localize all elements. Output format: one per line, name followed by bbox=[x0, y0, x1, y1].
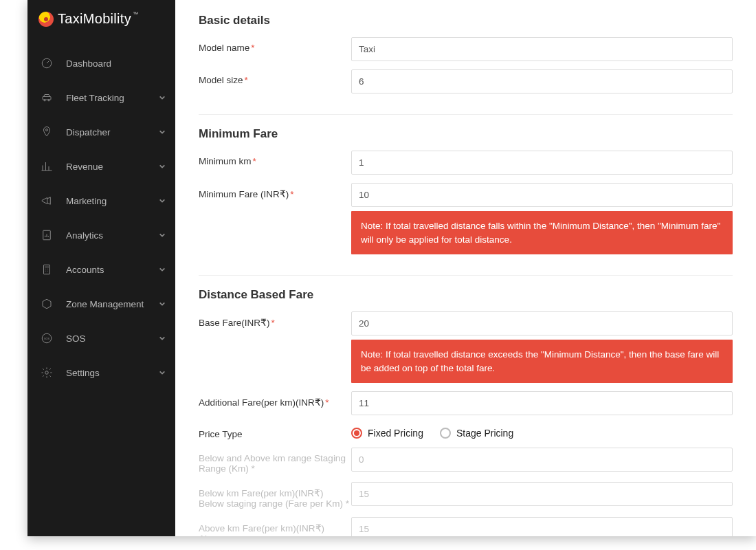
gauge-icon bbox=[40, 56, 54, 70]
base-fare-input[interactable] bbox=[351, 311, 733, 336]
megaphone-icon bbox=[40, 194, 54, 208]
sidebar-item-analytics[interactable]: Analytics bbox=[27, 218, 175, 252]
chevron-down-icon bbox=[159, 230, 166, 241]
row-model-name: Model name* bbox=[199, 37, 733, 61]
row-additional-fare: Additional Fare(per km)(INR₹)* bbox=[199, 391, 733, 415]
sos-icon: SOS bbox=[40, 331, 54, 345]
sidebar-item-label: Accounts bbox=[66, 265, 104, 275]
chevron-down-icon bbox=[159, 299, 166, 309]
section-title-distance-fare: Distance Based Fare bbox=[199, 288, 733, 302]
radio-fixed-pricing[interactable]: Fixed Pricing bbox=[351, 428, 423, 439]
minimum-fare-note: Note: If total travelled distance falls … bbox=[351, 211, 733, 254]
section-title-minimum-fare: Minimum Fare bbox=[199, 127, 733, 141]
sidebar-item-sos[interactable]: SOS SOS bbox=[27, 321, 175, 355]
label-additional-fare: Additional Fare(per km)(INR₹)* bbox=[199, 391, 351, 408]
app-frame: TaxiMobility™ Dashboard Fleet Tracking bbox=[27, 0, 756, 536]
svg-point-3 bbox=[48, 100, 49, 101]
svg-rect-6 bbox=[44, 265, 50, 274]
sidebar-item-label: Analytics bbox=[66, 230, 103, 241]
divider bbox=[199, 275, 733, 276]
sidebar-item-fleet-tracking[interactable]: Fleet Tracking bbox=[27, 80, 175, 115]
row-minimum-km: Minimum km* bbox=[199, 151, 733, 175]
label-staging-range: Below and Above km range Staging Range (… bbox=[199, 448, 351, 474]
sidebar: TaxiMobility™ Dashboard Fleet Tracking bbox=[27, 0, 175, 536]
label-above-km-fare: Above km Fare(per km)(INR₹) Above bbox=[199, 517, 351, 536]
sidebar-item-revenue[interactable]: Revenue bbox=[27, 149, 175, 184]
label-price-type: Price Type bbox=[199, 424, 351, 439]
sidebar-item-label: Settings bbox=[66, 368, 100, 378]
sidebar-item-dispatcher[interactable]: Dispatcher bbox=[27, 115, 175, 149]
gear-icon bbox=[40, 366, 54, 380]
price-type-radio-group: Fixed Pricing Stage Pricing bbox=[351, 424, 733, 439]
chevron-down-icon bbox=[159, 196, 166, 206]
row-minimum-fare: Minimum Fare (INR₹)* Note: If total trav… bbox=[199, 183, 733, 254]
sidebar-item-label: Zone Management bbox=[66, 299, 144, 309]
svg-point-9 bbox=[45, 371, 49, 375]
svg-point-2 bbox=[44, 100, 45, 101]
radio-icon bbox=[351, 428, 362, 439]
row-price-type: Price Type Fixed Pricing Stage Pricing bbox=[199, 424, 733, 439]
minimum-km-input[interactable] bbox=[351, 151, 733, 175]
brand-name: TaxiMobility™ bbox=[58, 11, 138, 27]
radio-label: Stage Pricing bbox=[456, 428, 513, 439]
hexagon-icon bbox=[40, 297, 54, 311]
svg-point-4 bbox=[46, 129, 48, 131]
sidebar-item-label: Revenue bbox=[66, 162, 103, 172]
chevron-down-icon bbox=[159, 265, 166, 275]
chevron-down-icon bbox=[159, 93, 166, 103]
chevron-down-icon bbox=[159, 368, 166, 378]
base-fare-note: Note: If total travelled distance exceed… bbox=[351, 340, 733, 383]
staging-range-input bbox=[351, 448, 733, 472]
row-below-km-fare: Below km Fare(per km)(INR₹) Below stagin… bbox=[199, 482, 733, 509]
additional-fare-input[interactable] bbox=[351, 391, 733, 415]
sidebar-item-dashboard[interactable]: Dashboard bbox=[27, 46, 175, 80]
sidebar-item-label: SOS bbox=[66, 333, 86, 344]
row-model-size: Model size* bbox=[199, 69, 733, 94]
label-model-size: Model size* bbox=[199, 69, 351, 85]
model-name-input[interactable] bbox=[351, 37, 733, 61]
label-below-km-fare: Below km Fare(per km)(INR₹) Below stagin… bbox=[199, 482, 351, 509]
label-model-name: Model name* bbox=[199, 37, 351, 53]
svg-text:SOS: SOS bbox=[44, 338, 49, 340]
chevron-down-icon bbox=[159, 333, 166, 344]
sidebar-item-zone-management[interactable]: Zone Management bbox=[27, 287, 175, 321]
label-minimum-km: Minimum km* bbox=[199, 151, 351, 166]
minimum-fare-input[interactable] bbox=[351, 183, 733, 207]
model-size-input[interactable] bbox=[351, 69, 733, 94]
chevron-down-icon bbox=[159, 127, 166, 138]
row-above-km-fare: Above km Fare(per km)(INR₹) Above bbox=[199, 517, 733, 536]
bar-chart-icon bbox=[40, 160, 54, 173]
above-km-fare-input bbox=[351, 517, 733, 536]
row-staging-range: Below and Above km range Staging Range (… bbox=[199, 448, 733, 474]
section-title-basic: Basic details bbox=[199, 14, 733, 28]
sidebar-item-label: Dashboard bbox=[66, 58, 111, 69]
label-base-fare: Base Fare(INR₹)* bbox=[199, 311, 351, 328]
divider bbox=[199, 114, 733, 115]
calculator-icon bbox=[40, 263, 54, 276]
sidebar-item-label: Marketing bbox=[66, 196, 107, 206]
document-chart-icon bbox=[40, 228, 54, 242]
sidebar-item-label: Dispatcher bbox=[66, 127, 111, 138]
brand-mark-icon bbox=[38, 12, 54, 27]
sidebar-item-settings[interactable]: Settings bbox=[27, 355, 175, 390]
brand-logo: TaxiMobility™ bbox=[27, 0, 175, 41]
sidebar-nav: Dashboard Fleet Tracking Dispatcher bbox=[27, 41, 175, 536]
label-minimum-fare: Minimum Fare (INR₹)* bbox=[199, 183, 351, 199]
below-km-fare-input bbox=[351, 482, 733, 506]
radio-label: Fixed Pricing bbox=[368, 428, 423, 439]
sidebar-item-label: Fleet Tracking bbox=[66, 93, 124, 103]
chevron-down-icon bbox=[159, 162, 166, 172]
radio-stage-pricing[interactable]: Stage Pricing bbox=[440, 428, 513, 439]
svg-rect-1 bbox=[43, 97, 51, 100]
map-pin-icon bbox=[40, 125, 54, 139]
row-base-fare: Base Fare(INR₹)* Note: If total travelle… bbox=[199, 311, 733, 383]
main-content: Basic details Model name* Model size* Mi… bbox=[175, 0, 756, 536]
sidebar-item-accounts[interactable]: Accounts bbox=[27, 252, 175, 287]
radio-icon bbox=[440, 428, 451, 439]
car-icon bbox=[40, 91, 54, 104]
sidebar-item-marketing[interactable]: Marketing bbox=[27, 184, 175, 218]
